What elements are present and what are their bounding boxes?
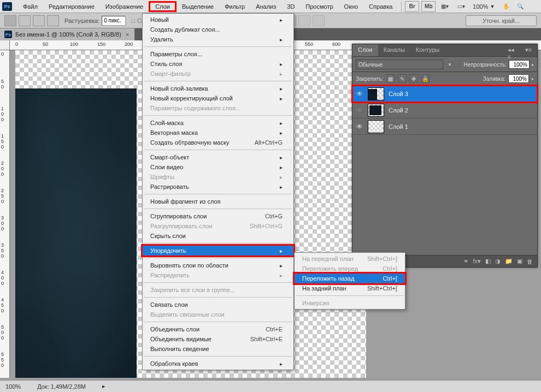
panel-lock-row: Закрепить: ▦ ✎ ✥ 🔒 Заливка: ▸	[352, 72, 537, 86]
layer-name-label[interactable]: Слой 1	[389, 123, 408, 130]
menu-smart-filter: Смарт-фильтр	[143, 69, 293, 79]
layer-mask-icon[interactable]: ◧	[485, 258, 491, 265]
refine-edge-button[interactable]: Уточн. край...	[466, 15, 537, 26]
menu-select[interactable]: Выделение	[177, 1, 219, 12]
visibility-toggle-icon[interactable]: 👁	[356, 123, 363, 130]
menu-merge[interactable]: Объединить слоиCtrl+E	[143, 324, 293, 334]
menu-new-fill[interactable]: Новый слой-заливка	[143, 84, 293, 93]
doc-tab[interactable]: Ps Без имени-1 @ 100% (Слой 3, RGB/8) ×	[0, 28, 135, 40]
visibility-toggle-icon[interactable]: 👁	[356, 106, 363, 114]
layer-row[interactable]: 👁 Слой 2	[352, 102, 537, 118]
panel-menu-icon[interactable]: ◂◂≡	[502, 44, 520, 56]
menu-video-layers[interactable]: Слои видео	[143, 162, 293, 172]
selection-mode-intersect[interactable]	[47, 15, 59, 26]
menu-rasterize[interactable]: Растрировать	[143, 182, 293, 192]
menu-group[interactable]: Сгруппировать слоиCtrl+G	[143, 211, 293, 221]
ruler-corner	[0, 40, 10, 50]
menu-view[interactable]: Просмотр	[300, 1, 338, 12]
layer-thumbnail[interactable]	[368, 120, 384, 133]
layer-list: 👁 Слой 3 👁 Слой 2 👁 Слой 1	[352, 86, 537, 135]
submenu-backward[interactable]: Переложить назадCtrl+[	[295, 274, 405, 283]
menu-new-slice[interactable]: Новый фрагмент из слоя	[143, 197, 293, 206]
feather-label: Растушевка:	[64, 17, 99, 24]
menu-3d[interactable]: 3D	[281, 1, 300, 12]
menu-window[interactable]: Окно	[339, 1, 364, 12]
submenu-back[interactable]: На задний планShift+Ctrl+[	[295, 283, 405, 293]
lock-all-icon[interactable]: 🔒	[421, 74, 430, 83]
menu-layer-params[interactable]: Параметры слоя...	[143, 49, 293, 59]
tab-paths[interactable]: Контуры	[410, 44, 445, 56]
tab-layers[interactable]: Слои	[352, 44, 378, 56]
status-doc-size[interactable]: Док: 1,49M/2,28M	[37, 383, 86, 390]
tab-channels[interactable]: Каналы	[378, 44, 410, 56]
menu-arrange[interactable]: Упорядочить	[143, 246, 293, 256]
layer-row[interactable]: 👁 Слой 3	[352, 86, 537, 102]
delete-layer-icon[interactable]: 🗑	[527, 258, 533, 265]
menu-layer-mask[interactable]: Слой-маска	[143, 118, 293, 128]
doc-tab-close-icon[interactable]: ×	[125, 31, 130, 38]
menu-delete[interactable]: Удалить	[143, 34, 293, 44]
selection-mode-subtract[interactable]	[33, 15, 45, 26]
menu-clipping-mask[interactable]: Создать обтравочную маскуAlt+Ctrl+G	[143, 138, 293, 147]
menu-duplicate-layer[interactable]: Создать дубликат слоя...	[143, 25, 293, 34]
layer-list-empty-area	[352, 135, 537, 255]
layer-name-label[interactable]: Слой 2	[389, 107, 408, 114]
menu-flatten[interactable]: Выполнить сведение	[143, 344, 293, 354]
status-arrow-icon[interactable]: ▸	[102, 383, 105, 390]
layer-style-icon[interactable]: fx▾	[473, 258, 481, 265]
selection-mode-new[interactable]	[4, 15, 16, 26]
minibridge-button[interactable]: Mb	[421, 1, 436, 12]
menu-help[interactable]: Справка	[363, 1, 398, 12]
blend-mode-select[interactable]: Обычные	[356, 60, 443, 69]
lock-label: Закрепить:	[356, 76, 384, 82]
screen-mode-icon[interactable]: ▭▾	[454, 1, 468, 12]
bridge-button[interactable]: Br	[405, 1, 419, 12]
menu-align[interactable]: Выровнять слои по области	[143, 260, 293, 270]
lock-transparent-icon[interactable]: ▦	[386, 74, 395, 83]
feather-input[interactable]	[102, 16, 126, 26]
menu-smart-object[interactable]: Смарт-объект	[143, 152, 293, 162]
menu-lock-all: Закрепить все слои в группе...	[143, 285, 293, 295]
panel-flyout-icon[interactable]: ▾≡	[520, 44, 537, 56]
visibility-toggle-icon[interactable]: 👁	[356, 90, 363, 98]
menu-fonts: Шрифты	[143, 172, 293, 182]
status-zoom[interactable]: 100%	[5, 383, 21, 390]
menu-file[interactable]: Файл	[17, 1, 43, 12]
menu-filter[interactable]: Фильтр	[219, 1, 250, 12]
canvas-image-layer	[15, 88, 137, 378]
lock-pixels-icon[interactable]: ✎	[398, 74, 407, 83]
adjustment-layer-icon[interactable]: ◑	[495, 258, 501, 265]
divider	[401, 1, 402, 12]
menu-new-adjustment[interactable]: Новый корректирующий слой	[143, 93, 293, 103]
layer-row[interactable]: 👁 Слой 1	[352, 118, 537, 135]
doc-tab-icon: Ps	[4, 31, 12, 38]
submenu-front: На передний планShift+Ctrl+]	[295, 254, 405, 264]
zoom-display[interactable]: 100% ▼	[468, 3, 499, 10]
new-group-icon[interactable]: 📁	[505, 258, 513, 265]
layer-thumbnail[interactable]	[368, 87, 384, 100]
fill-input[interactable]	[508, 74, 529, 83]
layer-name-label[interactable]: Слой 3	[389, 91, 408, 97]
menu-link[interactable]: Связать слои	[143, 300, 293, 310]
zoom-tool-icon[interactable]: 🔍	[513, 1, 527, 12]
menu-hide[interactable]: Скрыть слои	[143, 231, 293, 241]
link-layers-icon[interactable]: ⚭	[463, 258, 468, 265]
layer-thumbnail[interactable]	[368, 104, 384, 117]
menu-layer[interactable]: Слои	[149, 1, 177, 12]
hand-tool-icon[interactable]: ✋	[499, 1, 513, 12]
menu-analysis[interactable]: Анализ	[250, 1, 281, 12]
selection-mode-add[interactable]	[19, 15, 31, 26]
menu-matting[interactable]: Обработка краев	[143, 359, 293, 369]
lock-position-icon[interactable]: ✥	[409, 74, 418, 83]
menu-merge-visible[interactable]: Объединить видимыеShift+Ctrl+E	[143, 334, 293, 344]
menu-image[interactable]: Изображение	[100, 1, 149, 12]
opacity-input[interactable]	[509, 60, 530, 69]
menu-layer-style[interactable]: Стиль слоя	[143, 59, 293, 69]
doc-tab-title: Без имени-1 @ 100% (Слой 3, RGB/8)	[15, 31, 121, 38]
menu-edit[interactable]: Редактирование	[43, 1, 100, 12]
new-layer-icon[interactable]: ▣	[517, 258, 522, 265]
fill-label: Заливка:	[483, 76, 505, 82]
screen-arrange-icon[interactable]: ▦▾	[438, 1, 452, 12]
menu-new[interactable]: Новый	[143, 15, 293, 25]
menu-vector-mask[interactable]: Векторная маска	[143, 128, 293, 138]
